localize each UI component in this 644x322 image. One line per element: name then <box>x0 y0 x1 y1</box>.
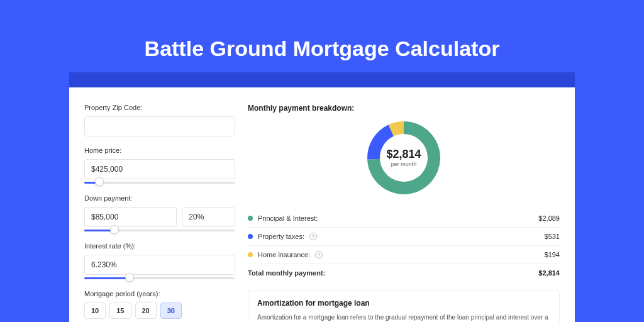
breakdown-column: Monthly payment breakdown: $2,814 per mo… <box>248 104 560 322</box>
interest-label: Interest rate (%): <box>84 242 235 250</box>
legend-total-value: $2,814 <box>538 269 560 277</box>
zip-field-group: Property Zip Code: <box>84 104 235 136</box>
period-label: Mortgage period (years): <box>84 290 235 297</box>
period-button-15[interactable]: 15 <box>109 303 131 319</box>
down-payment-slider[interactable] <box>84 228 235 232</box>
home-price-input[interactable] <box>84 159 235 179</box>
legend-value: $194 <box>545 251 560 258</box>
legend-label: Home insurance: <box>258 251 310 258</box>
interest-group: Interest rate (%): <box>84 242 235 280</box>
period-button-20[interactable]: 20 <box>135 303 157 319</box>
zip-input[interactable] <box>84 116 235 136</box>
interest-slider[interactable] <box>84 276 235 280</box>
legend-label: Property taxes: <box>258 233 304 240</box>
breakdown-heading: Monthly payment breakdown: <box>248 104 560 113</box>
legend-value: $2,089 <box>538 214 560 222</box>
legend-total-label: Total monthly payment: <box>248 269 325 277</box>
period-button-30[interactable]: 30 <box>160 303 182 319</box>
amortization-box: Amortization for mortgage loan Amortizat… <box>248 291 560 322</box>
amortization-title: Amortization for mortgage loan <box>257 299 550 308</box>
period-group: Mortgage period (years): 10152030 <box>84 290 235 319</box>
home-price-label: Home price: <box>84 147 235 154</box>
home-price-group: Home price: <box>84 147 235 184</box>
donut-chart: $2,814 per month <box>248 119 560 197</box>
down-payment-input[interactable] <box>84 207 177 227</box>
donut-center-sub: per month <box>391 161 417 167</box>
legend-value: $531 <box>545 233 560 240</box>
info-icon[interactable]: ? <box>315 251 323 258</box>
calculator-panel: Property Zip Code: Home price: Down paym… <box>69 87 575 322</box>
home-price-slider[interactable] <box>84 180 235 184</box>
legend-row: Principal & Interest:$2,089 <box>248 209 560 227</box>
legend-row: Property taxes:?$531 <box>248 227 560 245</box>
zip-label: Property Zip Code: <box>84 104 235 111</box>
legend-total-row: Total monthly payment:$2,814 <box>248 264 560 282</box>
input-column: Property Zip Code: Home price: Down paym… <box>84 104 235 322</box>
down-payment-label: Down payment: <box>84 194 235 202</box>
donut-center-value: $2,814 <box>386 148 421 160</box>
info-icon[interactable]: ? <box>309 233 317 240</box>
period-buttons: 10152030 <box>84 303 235 319</box>
page-title: Battle Ground Mortgage Calculator <box>0 0 644 72</box>
down-payment-group: Down payment: <box>84 194 235 232</box>
interest-input[interactable] <box>84 255 235 275</box>
legend-label: Principal & Interest: <box>258 214 318 222</box>
legend-dot <box>248 252 253 257</box>
legend-dot <box>248 234 253 239</box>
legend-dot <box>248 216 253 221</box>
down-payment-pct-input[interactable] <box>182 207 235 227</box>
legend-row: Home insurance:?$194 <box>248 245 560 264</box>
period-button-10[interactable]: 10 <box>84 303 106 319</box>
decorative-bar <box>69 72 575 87</box>
amortization-body: Amortization for a mortgage loan refers … <box>257 313 550 322</box>
legend-list: Principal & Interest:$2,089Property taxe… <box>248 209 560 282</box>
